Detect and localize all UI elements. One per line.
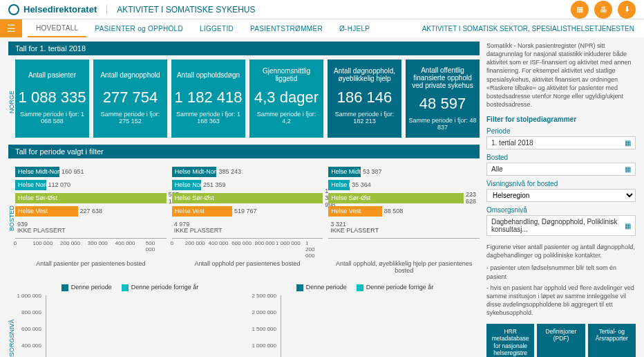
tab-pasienter-opphold[interactable]: PASIENTER og OPPHOLD [86,19,191,37]
expand-icon2: ▦ [625,222,631,230]
hbar-fill: Helse Sør-Øst [328,193,464,203]
brand-logo: Helsedirektoratet [8,4,97,15]
download-icon[interactable]: ⬇ [618,1,636,19]
kpi-sub: Samme periode i fjor: 182 213 [330,111,399,125]
axis-tick: 500 000 [146,240,160,253]
hbar-value: 112 070 [46,180,71,190]
oms-select[interactable]: Dagbehandling, Døgnopphold, Poliklinisk … [486,215,636,236]
chart-h-ohjelp: Helse Midt-Norge53 387Helse Nord35 364He… [328,163,480,274]
side-button[interactable]: Definisjoner (PDF) [537,324,585,357]
hbar-value: 160 951 [59,167,84,177]
chart-v-opphold: Denne periode Denne periode forrige år 0… [250,280,480,357]
kpi-sub: Samme periode i fjor: 48 837 [408,117,477,131]
vlabel-bosted: BOSTED [8,163,15,274]
hbar-row: Helse Sør-Øst1 387 998 [172,192,323,204]
hbar-fill: Helse Nord [15,180,46,190]
tab-ohjelp[interactable]: Ø-HJELP [331,19,378,37]
side-panel: Somatikk - Norsk pasientregister (NPR) s… [486,42,636,357]
kpi-label: Antall pasienter [18,66,86,83]
legend-b: Denne periode forrige år [131,284,199,291]
section1-head: Tall for 1. tertial 2018 [8,42,480,55]
kpi-row: Antall pasienter1 088 335Samme periode i… [15,60,480,138]
filter-head: Filter for stolpediagrammer [486,116,636,123]
chart-h-opphold: Helse Midt-Norge385 243Helse Nord251 359… [172,163,323,274]
chart-h-pasienter: Helse Midt-Norge160 951Helse Nord112 070… [15,163,167,274]
menu-icon[interactable]: ☰ [0,19,22,37]
side-button[interactable]: Tertial- og Årsrapporter [588,324,636,357]
visning-label: Visningsnivå for bosted [486,180,636,187]
hbar-row: Helse Nord112 070 [15,178,167,191]
topbar: Helsedirektoratet AKTIVITET I SOMATISKE … [0,0,644,19]
calendar-icon: ▦ [625,139,631,147]
hbar-row: 939IKKE PLASSERT [15,218,167,235]
side-note2: - hvis en pasient har opphold ved flere … [486,284,636,318]
legend1: Denne periode Denne periode forrige år [15,284,245,291]
hbar-fill: Helse Sør-Øst [172,193,323,203]
periode-label: Periode [486,127,636,135]
hbar-value: 519 767 [232,206,257,217]
yaxis-tick: 2 000 000 [252,309,276,315]
yaxis-tick: 2 500 000 [252,292,276,298]
section2-head: Tall for periode valgt i filter [8,145,480,158]
chart-h1-title: Antall pasienter per pasientenes bosted [15,260,167,267]
hbar-row: Helse Midt-Norge385 243 [172,165,323,178]
nav-right-text: AKTIVITET I SOMATISK SEKTOR, SPESIALISTH… [422,25,644,33]
hbar-value: 385 243 [216,167,241,177]
hbar-fill: Helse Midt-Norge [15,167,59,177]
visning-select[interactable]: Helseregion [486,189,636,202]
kpi-value: 186 146 [330,89,399,107]
hbar-value: 223 628 [464,193,480,203]
side-button[interactable]: HRR metadatabase for nasjonale helseregi… [486,324,534,357]
side-desc: Figurene viser antall pasienter og antal… [486,243,636,259]
hbar-value: 939IKKE PLASSERT [15,221,66,234]
tab-hovedtall[interactable]: HOVEDTALL [28,19,86,37]
print-icon[interactable]: 🖶 [594,1,612,19]
kpi-value: 48 597 [408,95,477,113]
kpi-label: Antall offentlig finansierte opphold ved… [408,66,477,89]
hbar-fill: Helse Vest [15,206,78,217]
legend-b2: Denne periode forrige år [366,284,434,291]
hbar-value: 251 359 [201,180,226,190]
hbar-fill: Helse Vest [328,206,381,217]
grid-icon[interactable]: ▦ [571,1,589,19]
hbar-value: 35 364 [350,180,371,190]
axis-tick: 300 000 [88,240,108,246]
hbar-fill: Helse Vest [172,206,232,217]
tab-pasientstrommer[interactable]: PASIENTSTRØMMER [242,19,331,37]
nav-row: ☰ HOVEDTALL PASIENTER og OPPHOLD LIGGETI… [0,19,644,37]
brand-text: Helsedirektoratet [23,4,97,15]
hbar-value: 4 979IKKE PLASSERT [172,221,222,234]
legend2: Denne periode Denne periode forrige år [250,284,480,291]
hbar-row: Helse Nord35 364 [328,178,480,191]
hbar-value: 88 508 [382,206,404,217]
legend-a: Denne periode [71,284,112,291]
page-title: AKTIVITET I SOMATISKE SYKEHUS [106,5,255,15]
kpi-card: Gjennomsnittlig liggetid4,3 dagerSamme p… [249,60,323,138]
kpi-card: Antall oppholdsdøgn1 182 418Samme period… [171,60,245,138]
bosted-label: Bosted [486,154,636,161]
bosted-value: Alle [491,165,503,173]
axis-tick: 200 000 [60,240,80,246]
kpi-sub: Samme periode i fjor: 275 152 [96,111,164,125]
kpi-card: Antall offentlig finansierte opphold ved… [406,60,480,138]
kpi-sub: Samme periode i fjor: 1 168 363 [174,111,243,125]
periode-select[interactable]: 1. tertial 2018▦ [486,136,636,149]
oms-label: Omsorgsnivå [486,206,636,214]
kpi-value: 277 754 [96,89,164,107]
kpi-label: Antall døgnopphold, øyeblikkelig hjelp [330,66,399,83]
axis-tick: 400 000 [208,240,228,246]
hbar-row: Helse Vest227 638 [15,205,167,217]
hbar-value: 53 387 [361,167,382,177]
bosted-select[interactable]: Alle▦ [486,163,636,176]
hbar-fill: Helse Nord [328,180,350,190]
axis-tick: 1 000 000 [276,240,301,246]
tabbar: HOVEDTALL PASIENTER og OPPHOLD LIGGETID … [28,19,378,37]
kpi-value: 1 088 335 [18,89,86,107]
kpi-card: Antall døgnopphold277 754Samme periode i… [93,60,167,138]
axis-tick: 200 000 [185,240,205,246]
hbar-fill: Helse Midt-Norge [172,167,217,177]
expand-icon: ▦ [625,165,631,173]
hbar-fill: Helse Midt-Norge [328,167,361,177]
tab-liggetid[interactable]: LIGGETID [191,19,242,37]
kpi-sub: Samme periode i fjor: 4,2 [252,111,321,125]
